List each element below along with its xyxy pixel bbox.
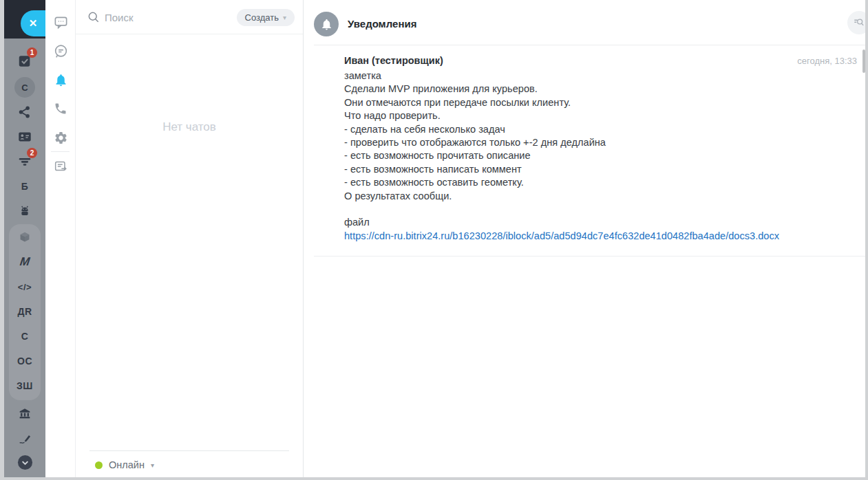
chat-icon [53, 14, 69, 30]
sidebar-item-android[interactable] [4, 202, 45, 220]
notification-search-button[interactable] [847, 11, 865, 34]
status-divider [89, 450, 289, 451]
notification-timestamp: сегодня, 13:33 [797, 56, 857, 66]
search-icon [87, 10, 100, 24]
sidebar-item-profile[interactable]: C [4, 77, 45, 98]
sidebar-item-sign[interactable] [4, 429, 45, 447]
nav-history[interactable] [45, 157, 76, 175]
marketplace-icon: M [19, 255, 30, 269]
empty-chats-message: Нет чатов [76, 120, 303, 134]
nav-notifications[interactable] [45, 71, 76, 89]
share-icon [17, 105, 32, 120]
nav-settings[interactable] [45, 129, 76, 146]
search-input[interactable] [105, 8, 242, 26]
notification-author: Иван (тестировщик) [344, 55, 443, 66]
sidebar-item-contacts[interactable] [4, 128, 45, 146]
sidebar-item-label: Б [21, 181, 29, 192]
create-button-label: Создать [245, 12, 279, 23]
notification-message: заметка Сделали MVP приложения для курье… [344, 69, 845, 243]
sidebar-item-cube[interactable] [4, 228, 45, 246]
sidebar-item-collapse[interactable] [4, 453, 45, 471]
phone-icon [54, 102, 67, 116]
nav-openlines[interactable] [45, 42, 76, 60]
messenger-nav [45, 0, 76, 477]
sidebar-item-label: С [21, 331, 29, 342]
signature-icon [17, 430, 32, 446]
sidebar-item-os[interactable]: ОС [4, 352, 45, 370]
close-button[interactable]: ✕ [21, 10, 45, 36]
chevron-down-icon: ▾ [283, 14, 286, 21]
online-status-label: Онлайн [109, 459, 145, 470]
chevron-down-icon: ▾ [151, 461, 154, 469]
sidebar-item-network[interactable] [4, 103, 45, 121]
sidebar-item-b[interactable]: Б [4, 177, 45, 195]
sidebar-item-company[interactable] [4, 404, 45, 422]
history-export-icon [53, 159, 68, 174]
settings-gear-icon [54, 131, 68, 145]
sidebar-item-developer[interactable]: </> [4, 278, 45, 296]
attachment-link[interactable]: https://cdn-ru.bitrix24.ru/b16230228/ibl… [344, 230, 845, 243]
bell-icon [320, 18, 333, 31]
bank-icon [17, 406, 32, 421]
sidebar-item-label: ЗШ [17, 380, 33, 391]
sidebar-item-dr[interactable]: ДR [4, 303, 45, 320]
sidebar-dark-header: ✕ [4, 0, 45, 39]
nav-chats[interactable] [45, 13, 76, 31]
sidebar-item-tasks[interactable] [4, 52, 45, 70]
page-title: Уведомления [348, 18, 416, 30]
android-icon [17, 204, 32, 219]
notifications-panel: Уведомления Иван (тестировщик) сегодня, … [304, 0, 865, 477]
create-button[interactable]: Создать ▾ [237, 9, 295, 26]
contact-card-icon [17, 129, 32, 144]
sidebar-item-c[interactable]: С [4, 327, 45, 345]
sidebar-item-zsh[interactable]: ЗШ [4, 377, 45, 395]
sidebar-item-marketplace[interactable]: M [4, 253, 45, 271]
filter-badge: 2 [27, 148, 37, 158]
notifications-bell-icon [54, 73, 68, 87]
chat-list-header: Создать ▾ [76, 0, 303, 34]
online-status-dot [95, 461, 103, 469]
header-divider [314, 45, 865, 45]
filter-search-icon [853, 17, 865, 29]
online-status-selector[interactable]: Онлайн ▾ [95, 459, 154, 470]
nav-calls[interactable] [45, 100, 76, 118]
sidebar-item-label: ОС [17, 356, 32, 367]
nav-divider [51, 151, 70, 152]
tasks-badge: 1 [27, 47, 37, 58]
notification-body: заметка Сделали MVP приложения для курье… [344, 69, 845, 230]
notifications-avatar [314, 12, 339, 36]
code-icon: </> [18, 282, 32, 292]
sidebar-item-label: ДR [17, 306, 32, 317]
notifications-header: Уведомления [304, 0, 865, 45]
openlines-icon [53, 43, 69, 59]
chevron-down-icon [17, 455, 33, 470]
bitrix-messenger-window: ✕ 1 C 2 Б [4, 0, 865, 477]
cube-icon [17, 230, 32, 245]
app-sidebar: ✕ 1 C 2 Б [4, 0, 45, 477]
sidebar-item-filter[interactable] [4, 153, 45, 171]
chat-list-panel: Создать ▾ Нет чатов Онлайн ▾ [76, 0, 304, 477]
close-icon: ✕ [29, 17, 38, 30]
scrollbar-thumb[interactable] [862, 50, 865, 73]
notification-divider [314, 256, 865, 257]
avatar: C [14, 77, 35, 98]
